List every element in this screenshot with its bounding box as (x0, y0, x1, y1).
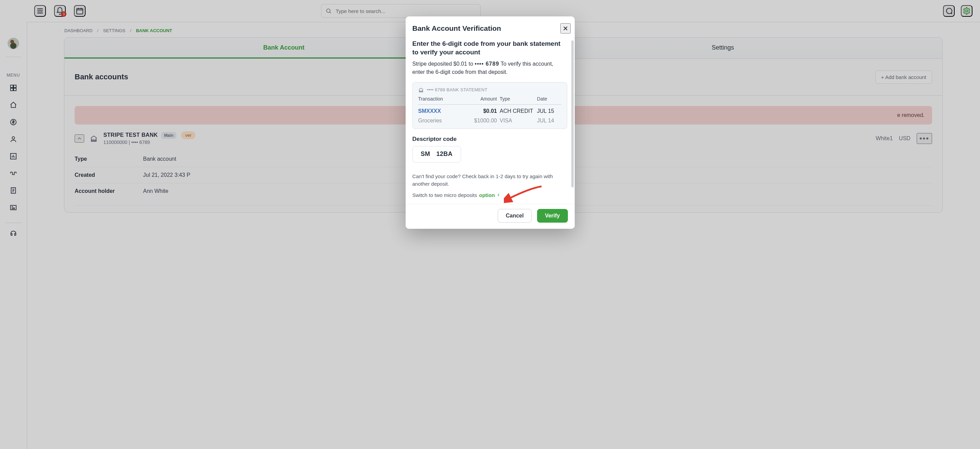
desc-before: Stripe deposited $0.01 to (412, 61, 475, 67)
switch-line: Switch to two micro deposits option (412, 192, 500, 198)
cell-type: VISA (500, 117, 535, 124)
code-value: 12BA (436, 151, 452, 158)
close-icon (562, 25, 569, 32)
verify-button[interactable]: Verify (537, 209, 568, 223)
switch-option-link[interactable]: option (479, 192, 500, 198)
table-row: Groceries $1000.00 VISA JUL 14 (418, 114, 562, 124)
cell-type: ACH CREDIT (500, 108, 535, 114)
close-button[interactable] (560, 23, 571, 33)
descriptor-label: Descriptor code (412, 136, 567, 143)
desc-mask: •••• 6789 (475, 61, 499, 67)
button-label: Cancel (506, 213, 523, 219)
chevron-right-icon (496, 193, 500, 197)
cell-tx: SMXXXX (418, 108, 463, 114)
table-header: Transaction Amount Type Date (418, 96, 562, 105)
statement-table: Transaction Amount Type Date SMXXXX $0.0… (418, 96, 562, 124)
col-amt: Amount (466, 96, 497, 102)
cell-date: JUL 15 (537, 108, 562, 114)
modal-subtitle: Enter the 6-digit code from your bank st… (412, 40, 567, 56)
table-row: SMXXXX $0.01 ACH CREDIT JUL 15 (418, 105, 562, 114)
statement-card: •••• 6789 BANK STATEMENT Transaction Amo… (412, 82, 567, 129)
cell-date: JUL 14 (537, 117, 562, 124)
code-prefix: SM (421, 151, 430, 158)
cell-amt: $0.01 (466, 108, 497, 114)
hint-text: Can't find your code? Check back in 1-2 … (412, 173, 567, 188)
switch-prefix: Switch to two micro deposits (412, 192, 477, 198)
cell-tx: Groceries (418, 117, 463, 124)
scrollbar[interactable] (571, 40, 574, 187)
verify-modal: Bank Account Verification Enter the 6-di… (406, 16, 575, 229)
statement-header: •••• 6789 BANK STATEMENT (418, 87, 562, 93)
bank-icon (418, 87, 424, 93)
cell-amt: $1000.00 (466, 117, 497, 124)
descriptor-code-input[interactable]: SM 12BA (412, 146, 461, 162)
modal-description: Stripe deposited $0.01 to •••• 6789 To v… (412, 60, 567, 76)
statement-label: •••• 6789 BANK STATEMENT (427, 87, 487, 92)
col-date: Date (537, 96, 562, 102)
col-tx: Transaction (418, 96, 463, 102)
cancel-button[interactable]: Cancel (498, 209, 531, 223)
modal-body: Enter the 6-digit code from your bank st… (406, 40, 575, 204)
modal-header: Bank Account Verification (406, 16, 575, 38)
modal-footer: Cancel Verify (406, 204, 575, 229)
modal-title: Bank Account Verification (412, 24, 501, 32)
link-text: option (479, 192, 495, 198)
col-type: Type (500, 96, 535, 102)
button-label: Verify (545, 213, 560, 219)
